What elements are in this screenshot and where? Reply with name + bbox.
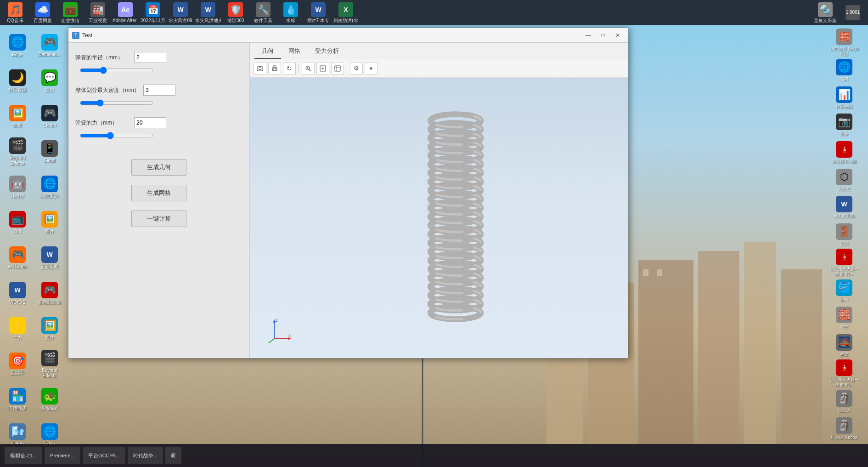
desktop-icon-steam[interactable]: 🎮 Steam: [34, 99, 65, 134]
desktop-icon-photo[interactable]: 🖼️ 图片: [34, 205, 65, 240]
taskbar-water[interactable]: 💧 水标: [277, 1, 304, 24]
desktop-icon-memorial-num[interactable]: 🗿 纪念碑 0.0002: [824, 416, 864, 442]
svg-rect-4: [744, 242, 776, 444]
window-titlebar[interactable]: T Test — □ ✕: [68, 28, 628, 43]
desktop-icon-store[interactable]: 🏪 应用商店: [2, 382, 33, 417]
zoom-custom-button[interactable]: [331, 62, 344, 75]
spring-3d-model: [400, 107, 492, 329]
taskbar-right-support[interactable]: 🔩 直角支吊架: [812, 1, 839, 24]
spring-force-input[interactable]: [134, 117, 166, 128]
zoom-extent-button[interactable]: [316, 62, 329, 75]
desktop-icon-edge2[interactable]: 🌐 Edge: [34, 418, 65, 444]
desktop-icon-net[interactable]: 🌐 缩网: [824, 57, 864, 84]
taskbar-enterprise[interactable]: 💼 企业微信: [57, 1, 84, 24]
taskbar-qq-music-label: QQ音乐: [7, 18, 23, 23]
mesh-density-input[interactable]: [143, 85, 175, 96]
settings-tool-button[interactable]: ⚙: [350, 62, 363, 75]
taskbar-word3[interactable]: W 插件7-本专: [305, 1, 332, 24]
gen-mesh-button[interactable]: 生成网格: [131, 185, 186, 201]
desktop-icon-wangjia[interactable]: 🌐 网加以力: [34, 170, 65, 205]
desktop-icon-column-view[interactable]: 📊 柱形视图: [824, 85, 864, 111]
desktop-icon-w4game[interactable]: 🎮 W4Game: [2, 241, 33, 275]
desktop-icon-fire-ex3[interactable]: 🧯 消火栓灭火器一体箱 刘...: [824, 359, 864, 387]
camera-tool-button[interactable]: [254, 62, 266, 75]
mesh-density-slider[interactable]: [80, 99, 153, 107]
desktop-icon-onl[interactable]: 📺 OnI: [2, 205, 33, 240]
taskbar-industry[interactable]: 🏭 工业视觉: [85, 1, 111, 24]
spring-radius-input[interactable]: [134, 52, 166, 63]
close-button[interactable]: ✕: [611, 30, 624, 41]
one-click-calc-button[interactable]: 一键计算: [131, 211, 186, 227]
zoom-fit-button[interactable]: [302, 62, 315, 75]
print-icon: [271, 65, 278, 72]
window-content: 弹簧的半径（mm） 整体划分最大密度（mm）: [68, 43, 628, 358]
app-window: T Test — □ ✕ 弹簧的半径（mm）: [68, 28, 628, 359]
desktop-icon-word-wind[interactable]: W 水灾风洪09: [824, 194, 864, 221]
desktop-icon-fire-ex[interactable]: 🧯 消火栓灭火器: [824, 139, 864, 166]
minimize-button[interactable]: —: [582, 30, 595, 41]
spring-force-slider[interactable]: [80, 132, 153, 139]
camera-icon: [257, 65, 263, 72]
viewport[interactable]: Z X Y: [250, 78, 628, 358]
taskbar-bottom-premiere[interactable]: Premiere...: [45, 447, 80, 464]
desktop-icon-camera-r[interactable]: 📷 摄像: [824, 112, 864, 139]
taskbar-word3-label: 插件7-本专: [307, 18, 330, 23]
taskbar-tools[interactable]: 🔧 教件工具: [250, 1, 276, 24]
desktop-icon-wind-gov[interactable]: 🌬️ 风政府: [2, 418, 33, 444]
taskbar-bottom-play[interactable]: 听: [165, 447, 181, 464]
desktop-icon-wechat[interactable]: 💬 微信: [34, 64, 65, 98]
taskbar-360[interactable]: 🛡️ 清除360: [222, 1, 249, 24]
z-axis-label: Z: [275, 318, 278, 323]
y-axis-label: Y: [266, 342, 269, 343]
desktop-icon-bridge[interactable]: 🌉 桥梁: [824, 332, 864, 359]
svg-rect-27: [335, 66, 340, 71]
desktop-icon-word-app[interactable]: W 更新工程: [34, 241, 65, 275]
extra-tool-button[interactable]: ▼: [365, 62, 378, 75]
desktop-icon-beyond2[interactable]: 🎬 Beyond Effects: [34, 347, 65, 382]
spring-radius-slider[interactable]: [80, 67, 153, 74]
desktop-icon-moon[interactable]: 🌙 获月直播: [2, 64, 33, 98]
taskbar-baidu[interactable]: ☁️ 百度网盘: [29, 1, 56, 24]
gen-geometry-button[interactable]: 生成几何: [131, 159, 186, 176]
desktop-icon-wall[interactable]: 🧱 墙壁: [824, 305, 864, 331]
taskbar-word2[interactable]: W 水灾风洪地灾: [195, 1, 221, 24]
desktop-icon-edge[interactable]: 🌐 Edge: [2, 28, 33, 63]
desktop-icon-tank[interactable]: 🪣 水箱: [824, 278, 864, 304]
tab-analysis[interactable]: 受力分析: [308, 44, 346, 59]
svg-rect-2: [638, 260, 693, 444]
taskbar-year[interactable]: 📅 2022年11月: [140, 1, 166, 24]
desktop-icon-quanjing[interactable]: 🖼️ 全景: [2, 99, 33, 134]
desktop-icon-battlenet[interactable]: 🎮 Battlenet...: [34, 28, 65, 63]
desktop-icon-image[interactable]: 🖼️ 图片: [34, 312, 65, 346]
x-axis-label: X: [288, 334, 291, 338]
desktop-icon-hexagon[interactable]: ⬡ 六棱柱: [824, 167, 864, 194]
taskbar-word1[interactable]: W 水灾风洪09: [167, 1, 194, 24]
desktop-icon-haigui[interactable]: 🐢 海龟编程: [34, 382, 65, 417]
taskbar-excel[interactable]: X 刘炎防洪(水: [333, 1, 359, 24]
desktop-icon-shengyou[interactable]: 🎯 生游手: [2, 347, 33, 382]
desktop-icon-door[interactable]: 🚪 点墙: [824, 222, 864, 248]
desktop-icon-memorial[interactable]: 🗿 纪念碑: [824, 388, 864, 415]
taskbar-bottom-gccp[interactable]: 平台GCCP6...: [83, 447, 125, 464]
svg-rect-19: [273, 69, 276, 70]
desktop-icon-word2[interactable]: W WOrD 2: [2, 276, 33, 311]
desktop-icon-fire-ex2[interactable]: 🧯 消火栓灭火器一体箱 刘...: [824, 249, 864, 277]
maximize-button[interactable]: □: [597, 30, 609, 41]
taskbar-bottom-moti[interactable]: 模拟全-21...: [5, 447, 42, 464]
tab-geometry[interactable]: 几何: [254, 44, 281, 59]
desktop-icon-simpl[interactable]: 📱 Simpl: [34, 135, 65, 169]
taskbar-right-support-label: 直角支吊架: [814, 18, 837, 23]
taskbar-bottom-shidat[interactable]: 时代战争...: [128, 447, 163, 464]
desktop-icon-red-hero[interactable]: 🎮 红色北英雄: [34, 276, 65, 311]
desktop-icon-beyond[interactable]: 🎬 Beyond Effects: [2, 135, 33, 169]
taskbar-qq-music[interactable]: 🎵 QQ音乐: [2, 1, 28, 24]
rotate-tool-button[interactable]: ↻: [283, 62, 296, 75]
desktop-icon-jihe[interactable]: 🤖 几何何: [2, 170, 33, 205]
taskbar-adobe-ae[interactable]: Ae Adobe After Effects 2020: [112, 1, 139, 24]
print-tool-button[interactable]: [268, 62, 281, 75]
svg-rect-10: [657, 269, 662, 276]
desktop-icon-shengli[interactable]: ⚡ 生力: [2, 312, 33, 346]
taskbar-num[interactable]: 1,0001: [840, 1, 866, 24]
desktop-icon-cement[interactable]: 🧱 镁空混凝土砖块模型: [824, 28, 864, 57]
tab-mesh[interactable]: 网格: [281, 44, 308, 59]
